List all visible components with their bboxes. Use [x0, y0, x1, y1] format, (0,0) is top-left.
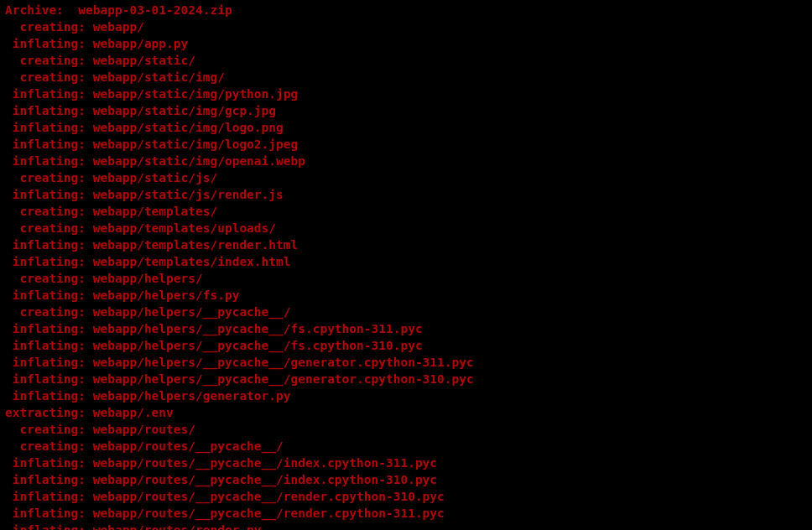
unzip-action: inflating [5, 121, 78, 134]
output-line: inflating: webapp/helpers/fs.py [5, 287, 812, 304]
separator: : [78, 456, 92, 470]
unzip-action: creating [5, 439, 78, 453]
unzip-action: inflating [5, 188, 78, 201]
unzip-action: inflating [5, 356, 78, 369]
output-line: inflating: webapp/static/img/python.jpg [5, 86, 812, 102]
archive-filename: webapp-03-01-2024.zip [78, 3, 232, 17]
unzip-output: creating: webapp/ inflating: webapp/app.… [5, 18, 812, 530]
output-line: creating: webapp/routes/__pycache__/ [5, 438, 812, 455]
output-line: creating: webapp/helpers/__pycache__/ [5, 304, 812, 320]
unzip-path: webapp/routes/render.py [93, 523, 262, 530]
separator: : [78, 272, 92, 285]
separator: : [78, 54, 92, 67]
separator: : [78, 372, 92, 386]
separator: : [78, 339, 92, 352]
unzip-action: creating [5, 423, 78, 436]
output-line: inflating: webapp/static/img/gcp.jpg [5, 102, 812, 119]
separator: : [78, 188, 92, 201]
separator: : [78, 473, 92, 486]
separator: : [78, 121, 92, 134]
unzip-path: webapp/routes/__pycache__/index.cpython-… [93, 456, 437, 470]
unzip-path: webapp/helpers/__pycache__/fs.cpython-31… [93, 322, 423, 335]
output-line: creating: webapp/helpers/ [5, 270, 812, 287]
unzip-path: webapp/static/ [93, 54, 195, 67]
unzip-action: creating [5, 221, 78, 235]
unzip-path: webapp/helpers/__pycache__/ [93, 305, 291, 319]
archive-label: Archive: [5, 3, 64, 17]
unzip-action: inflating [5, 456, 78, 470]
unzip-action: inflating [5, 322, 78, 335]
separator: : [78, 70, 92, 84]
unzip-action: creating [5, 20, 78, 34]
separator: : [78, 238, 92, 252]
unzip-action: creating [5, 205, 78, 218]
unzip-path: webapp/.env [93, 406, 174, 419]
separator: : [78, 356, 92, 369]
unzip-path: webapp/ [93, 20, 144, 34]
output-line: inflating: webapp/static/img/logo2.jpeg [5, 136, 812, 153]
unzip-path: webapp/routes/ [93, 423, 195, 436]
unzip-path: webapp/static/img/logo2.jpeg [93, 138, 298, 151]
archive-header: Archive: webapp-03-01-2024.zip [5, 2, 812, 18]
separator: : [78, 221, 92, 235]
output-line: extracting: webapp/.env [5, 404, 812, 421]
unzip-action: inflating [5, 238, 78, 252]
separator: : [78, 138, 92, 151]
unzip-path: webapp/app.py [93, 37, 189, 50]
separator: : [78, 322, 92, 335]
output-line: inflating: webapp/routes/render.py [5, 522, 812, 530]
unzip-path: webapp/static/js/render.js [93, 188, 284, 201]
unzip-path: webapp/routes/__pycache__/render.cpython… [93, 507, 445, 520]
separator: : [78, 154, 92, 168]
separator: : [78, 389, 92, 403]
unzip-action: inflating [5, 339, 78, 352]
unzip-path: webapp/templates/render.html [93, 238, 298, 252]
output-line: inflating: webapp/routes/__pycache__/ind… [5, 455, 812, 471]
unzip-action: extracting [5, 406, 78, 419]
output-line: inflating: webapp/app.py [5, 35, 812, 52]
unzip-action: inflating [5, 104, 78, 117]
unzip-path: webapp/helpers/__pycache__/fs.cpython-31… [93, 339, 423, 352]
separator: : [78, 406, 92, 419]
unzip-action: creating [5, 272, 78, 285]
unzip-path: webapp/static/img/openai.webp [93, 154, 305, 168]
output-line: creating: webapp/routes/ [5, 421, 812, 438]
unzip-action: inflating [5, 37, 78, 50]
separator: : [78, 37, 92, 50]
unzip-action: inflating [5, 87, 78, 101]
separator: : [78, 523, 92, 530]
output-line: creating: webapp/templates/ [5, 203, 812, 220]
separator: : [78, 305, 92, 319]
output-line: inflating: webapp/templates/index.html [5, 253, 812, 270]
unzip-action: inflating [5, 154, 78, 168]
separator: : [78, 87, 92, 101]
unzip-action: inflating [5, 288, 78, 302]
output-line: inflating: webapp/helpers/__pycache__/ge… [5, 354, 812, 371]
separator: : [78, 288, 92, 302]
output-line: inflating: webapp/helpers/generator.py [5, 387, 812, 404]
unzip-action: inflating [5, 255, 78, 268]
output-line: inflating: webapp/static/img/logo.png [5, 119, 812, 136]
output-line: inflating: webapp/routes/__pycache__/ind… [5, 471, 812, 488]
output-line: creating: webapp/ [5, 18, 812, 35]
unzip-action: creating [5, 305, 78, 319]
separator: : [78, 507, 92, 520]
unzip-path: webapp/static/img/python.jpg [93, 87, 298, 101]
output-line: creating: webapp/templates/uploads/ [5, 220, 812, 236]
unzip-action: inflating [5, 490, 78, 503]
unzip-action: creating [5, 171, 78, 184]
unzip-path: webapp/templates/ [93, 205, 217, 218]
unzip-action: creating [5, 54, 78, 67]
separator: : [78, 104, 92, 117]
unzip-path: webapp/static/img/ [93, 70, 225, 84]
unzip-path: webapp/static/img/logo.png [93, 121, 284, 134]
separator: : [78, 490, 92, 503]
separator: : [78, 20, 92, 34]
separator: : [78, 255, 92, 268]
output-line: creating: webapp/static/js/ [5, 169, 812, 186]
unzip-path: webapp/helpers/__pycache__/generator.cpy… [93, 356, 474, 369]
separator: : [78, 423, 92, 436]
output-line: creating: webapp/static/ [5, 52, 812, 69]
output-line: inflating: webapp/routes/__pycache__/ren… [5, 505, 812, 522]
output-line: inflating: webapp/static/img/openai.webp [5, 153, 812, 169]
